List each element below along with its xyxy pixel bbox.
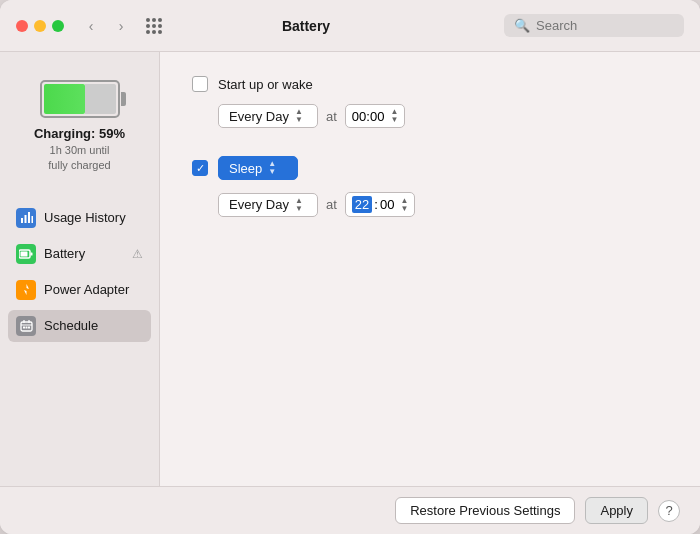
svg-rect-2 <box>28 212 30 223</box>
sleep-day-select[interactable]: Every Day ▲ ▼ <box>218 193 318 217</box>
startup-row: Start up or wake <box>192 76 668 92</box>
search-input[interactable] <box>536 18 676 33</box>
sleep-time-hours: 22 <box>352 196 372 213</box>
startup-checkbox[interactable] <box>192 76 208 92</box>
search-box[interactable]: 🔍 <box>504 14 684 37</box>
svg-rect-3 <box>31 216 33 223</box>
sidebar-label-schedule: Schedule <box>44 318 143 333</box>
sleep-time-row: Every Day ▲ ▼ at 22 : 00 ▲ ▼ <box>218 192 668 217</box>
sleep-row: Sleep ▲ ▼ <box>192 156 668 180</box>
sleep-time-box[interactable]: 22 : 00 ▲ ▼ <box>345 192 415 217</box>
window: ‹ › Battery 🔍 Charging: 59% 1h 30m <box>0 0 700 534</box>
main-panel: Start up or wake Every Day ▲ ▼ at 00:00 <box>160 52 700 486</box>
sleep-at-label: at <box>326 197 337 212</box>
svg-rect-0 <box>21 218 23 223</box>
close-button[interactable] <box>16 20 28 32</box>
window-title: Battery <box>116 18 496 34</box>
sidebar-item-usage-history[interactable]: Usage History <box>8 202 151 234</box>
battery-icon <box>40 80 120 118</box>
sleep-checkbox[interactable] <box>192 160 208 176</box>
sleep-action-arrows[interactable]: ▲ ▼ <box>268 160 276 176</box>
titlebar: ‹ › Battery 🔍 <box>0 0 700 52</box>
svg-rect-13 <box>25 327 27 329</box>
battery-empty <box>85 84 115 114</box>
battery-sidebar-icon <box>16 244 36 264</box>
sleep-day-arrows[interactable]: ▲ ▼ <box>295 197 303 213</box>
sidebar-label-usage-history: Usage History <box>44 210 143 225</box>
svg-rect-1 <box>24 215 26 223</box>
startup-day-value: Every Day <box>229 109 289 124</box>
startup-day-select[interactable]: Every Day ▲ ▼ <box>218 104 318 128</box>
charging-status: Charging: 59% <box>34 126 125 141</box>
sleep-day-down[interactable]: ▼ <box>295 205 303 213</box>
charging-time: 1h 30m until fully charged <box>48 143 110 174</box>
startup-day-arrows[interactable]: ▲ ▼ <box>295 108 303 124</box>
startup-time-value: 00:00 <box>352 109 385 124</box>
sidebar-label-power-adapter: Power Adapter <box>44 282 143 297</box>
power-adapter-icon <box>16 280 36 300</box>
search-icon: 🔍 <box>514 18 530 33</box>
sleep-time-colon: : <box>374 197 378 212</box>
sleep-action-value: Sleep <box>229 161 262 176</box>
usage-history-icon <box>16 208 36 228</box>
content-area: Charging: 59% 1h 30m until fully charged <box>0 52 700 486</box>
startup-time-down[interactable]: ▼ <box>390 116 398 124</box>
schedule-icon <box>16 316 36 336</box>
svg-marker-7 <box>24 284 29 295</box>
sidebar-label-battery: Battery <box>44 246 124 261</box>
svg-rect-6 <box>21 251 28 256</box>
schedule-section: Start up or wake Every Day ▲ ▼ at 00:00 <box>192 76 668 462</box>
bottom-bar: Restore Previous Settings Apply ? <box>0 486 700 534</box>
startup-day-down[interactable]: ▼ <box>295 116 303 124</box>
back-button[interactable]: ‹ <box>80 15 102 37</box>
maximize-button[interactable] <box>52 20 64 32</box>
warning-icon: ⚠ <box>132 247 143 261</box>
sleep-action-down[interactable]: ▼ <box>268 168 276 176</box>
battery-display: Charging: 59% 1h 30m until fully charged <box>8 68 151 190</box>
sidebar-item-power-adapter[interactable]: Power Adapter <box>8 274 151 306</box>
sleep-day-value: Every Day <box>229 197 289 212</box>
sleep-time-minutes: 00 <box>380 197 394 212</box>
startup-label: Start up or wake <box>218 77 313 92</box>
minimize-button[interactable] <box>34 20 46 32</box>
restore-button[interactable]: Restore Previous Settings <box>395 497 575 524</box>
svg-rect-12 <box>23 327 25 329</box>
startup-time-row: Every Day ▲ ▼ at 00:00 ▲ ▼ <box>218 104 668 128</box>
sidebar: Charging: 59% 1h 30m until fully charged <box>0 52 160 486</box>
traffic-lights <box>16 20 64 32</box>
sleep-time-arrows[interactable]: ▲ ▼ <box>400 197 408 213</box>
sleep-time-down[interactable]: ▼ <box>400 205 408 213</box>
battery-fill <box>44 84 86 114</box>
sidebar-item-battery[interactable]: Battery ⚠ <box>8 238 151 270</box>
startup-at-label: at <box>326 109 337 124</box>
sidebar-item-schedule[interactable]: Schedule <box>8 310 151 342</box>
apply-button[interactable]: Apply <box>585 497 648 524</box>
startup-time-arrows[interactable]: ▲ ▼ <box>390 108 398 124</box>
sleep-action-select[interactable]: Sleep ▲ ▼ <box>218 156 298 180</box>
svg-rect-5 <box>31 252 33 255</box>
startup-time-box[interactable]: 00:00 ▲ ▼ <box>345 104 405 128</box>
svg-rect-14 <box>28 327 30 329</box>
help-button[interactable]: ? <box>658 500 680 522</box>
